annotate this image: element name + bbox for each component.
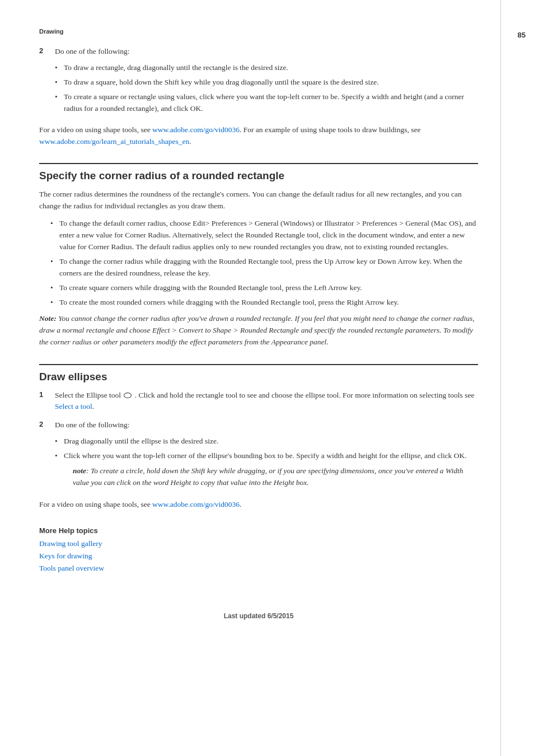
section2-note: note: To create a circle, hold down the …: [64, 465, 478, 489]
step2-bullet-2: To draw a square, hold down the Shift ke…: [55, 77, 478, 88]
section2-bullet-2-text: Click where you want the top-left corner…: [64, 451, 467, 460]
section1-bullet-1: To change the default corner radius, cho…: [50, 218, 478, 253]
section2-step1-block: 1 Select the Ellipse tool . Click and ho…: [39, 390, 478, 413]
section1-note: Note: You cannot change the corner radiu…: [39, 313, 478, 348]
section1-note-text: You cannot change the corner radius afte…: [39, 314, 475, 346]
section1-bullet-list: To change the default corner radius, cho…: [50, 218, 478, 308]
section2-step1-para: Select the Ellipse tool . Click and hold…: [55, 390, 478, 413]
video-text-1: For a video on using shape tools, see: [39, 125, 152, 134]
video-para-2: For a video on using shape tools, see ww…: [39, 499, 478, 511]
section2-heading: Draw ellipses: [39, 364, 478, 383]
section2-step2-intro: Do one of the following:: [55, 419, 478, 431]
section2-step2-block: 2 Do one of the following: Drag diagonal…: [39, 419, 478, 492]
section1-bullet-4: To create the most rounded corners while…: [50, 297, 478, 309]
video-text-2: . For an example of using shape tools to…: [240, 125, 421, 134]
footer-text: Last updated 6/5/2015: [224, 612, 294, 620]
step2-block: 2 Do one of the following: To draw a rec…: [39, 46, 478, 118]
step2-bullet-list: To draw a rectangle, drag diagonally unt…: [55, 62, 478, 115]
video-text-3: .: [189, 137, 191, 146]
section1-bullet-2: To change the corner radius while draggi…: [50, 256, 478, 279]
section2-step1-text: Select the Ellipse tool: [55, 391, 121, 399]
ellipse-tool-icon: [124, 393, 132, 398]
section2-step-number-1: 1: [39, 390, 50, 413]
section2-bullet-list: Drag diagonally until the ellipse is the…: [55, 436, 478, 489]
select-tool-link[interactable]: Select a tool: [55, 402, 92, 410]
section2-video-text-1: For a video on using shape tools, see: [39, 500, 152, 508]
footer: Last updated 6/5/2015: [39, 606, 478, 620]
main-content: Drawing 2 Do one of the following: To dr…: [0, 0, 500, 756]
step2-bullet-3: To create a square or rectangle using va…: [55, 91, 478, 115]
more-help-links: Drawing tool gallery Keys for drawing To…: [39, 539, 478, 573]
section2-step1-text3: .: [92, 402, 94, 410]
section2-bullet-1: Drag diagonally until the ellipse is the…: [55, 436, 478, 447]
page-number: 85: [518, 31, 526, 39]
step-number-2: 2: [39, 46, 50, 118]
step2-bullet-1: To draw a rectangle, drag diagonally unt…: [55, 62, 478, 74]
more-help-section: More Help topics Drawing tool gallery Ke…: [39, 526, 478, 573]
section2-bullet-2: Click where you want the top-left corner…: [55, 450, 478, 489]
section2-step-number-2: 2: [39, 419, 50, 492]
right-margin: 85: [500, 0, 534, 756]
section2-video-link[interactable]: www.adobe.com/go/vid0036: [152, 500, 240, 508]
section2-step1-text2: . Click and hold the rectangle tool to s…: [135, 391, 475, 399]
step2-intro: Do one of the following:: [55, 46, 478, 58]
more-help-link-item-1: Drawing tool gallery: [39, 539, 478, 548]
note-label: note: [73, 466, 86, 475]
section-label: Drawing: [39, 28, 478, 35]
more-help-link-item-2: Keys for drawing: [39, 552, 478, 561]
section2-step1-content: Select the Ellipse tool . Click and hold…: [55, 390, 478, 413]
section1-intro: The corner radius determines the roundne…: [39, 189, 478, 212]
tools-panel-overview-link[interactable]: Tools panel overview: [39, 564, 104, 572]
note-text: : To create a circle, hold down the Shif…: [73, 466, 463, 487]
video-link-2[interactable]: www.adobe.com/go/learn_ai_tutorials_shap…: [39, 137, 189, 146]
drawing-tool-gallery-link[interactable]: Drawing tool gallery: [39, 539, 102, 548]
keys-for-drawing-link[interactable]: Keys for drawing: [39, 552, 92, 560]
more-help-heading: More Help topics: [39, 526, 478, 535]
more-help-link-item-3: Tools panel overview: [39, 564, 478, 573]
section1-bullet-3: To create square corners while dragging …: [50, 282, 478, 294]
section1-heading: Specify the corner radius of a rounded r…: [39, 163, 478, 182]
step2-content: Do one of the following: To draw a recta…: [55, 46, 478, 118]
video-link-1[interactable]: www.adobe.com/go/vid0036: [152, 125, 240, 134]
section2-video-text-2: .: [240, 500, 241, 508]
video-para-1: For a video on using shape tools, see ww…: [39, 124, 478, 148]
section2-step2-content: Do one of the following: Drag diagonally…: [55, 419, 478, 492]
